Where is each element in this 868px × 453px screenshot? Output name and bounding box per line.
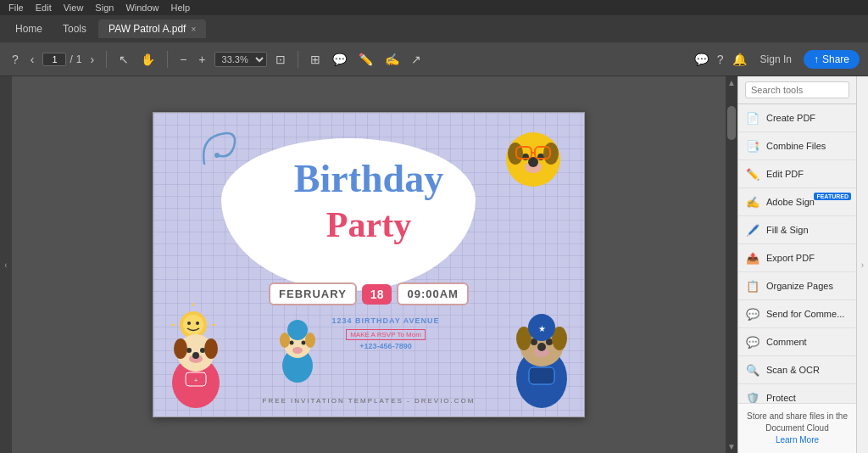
fill-sign-label: Fill & Sign: [766, 225, 809, 235]
fill-sign-icon: 🖊️: [745, 222, 760, 238]
tool-item-export-pdf[interactable]: 📤Export PDF: [738, 244, 856, 272]
combine-files-icon: 📑: [745, 138, 760, 154]
separator-2: [167, 51, 168, 68]
scan-ocr-icon: 🔍: [745, 362, 760, 378]
character-middle: [272, 315, 323, 383]
toolbar: ? ‹ / 1 › ↖ ✋ − + 33.3% 50% 75% 100% ⊡ ⊞…: [0, 42, 868, 76]
menu-bar: File Edit View Sign Window Help: [0, 0, 868, 15]
scroll-mode-icon[interactable]: ⊞: [307, 51, 324, 68]
export-pdf-icon: 📤: [745, 250, 760, 266]
svg-point-24: [537, 343, 546, 351]
share-icon-btn: ↑: [814, 53, 819, 65]
scroll-down-arrow[interactable]: ▼: [726, 440, 737, 453]
search-tools-input[interactable]: [745, 81, 849, 98]
document-area: Birthday Party FEBRUARY 18 09:00AM: [12, 76, 726, 453]
panel-footer-text: Store and share files in the Document Cl…: [747, 411, 848, 433]
tab-home[interactable]: Home: [7, 20, 51, 38]
left-panel-toggle[interactable]: ‹: [0, 76, 12, 453]
draw-icon[interactable]: ✏️: [355, 51, 376, 68]
hand-tool-icon[interactable]: ✋: [137, 51, 159, 68]
protect-icon: 🛡️: [745, 390, 760, 403]
search-tools-area: [738, 76, 856, 104]
menu-view[interactable]: View: [58, 2, 89, 14]
menu-window[interactable]: Window: [120, 2, 164, 14]
comment-icon: 💬: [745, 334, 760, 350]
tool-item-send-comment[interactable]: 💬Send for Comme...: [738, 300, 856, 328]
party-text: Party: [153, 204, 584, 245]
notification-icon[interactable]: 🔔: [732, 53, 747, 66]
right-panel-toggle[interactable]: ›: [856, 76, 868, 453]
edit-pdf-label: Edit PDF: [766, 169, 804, 179]
menu-file[interactable]: File: [3, 2, 29, 14]
menu-help[interactable]: Help: [166, 2, 196, 14]
next-page-button[interactable]: ›: [87, 51, 98, 68]
page-number-input[interactable]: [42, 53, 66, 66]
scroll-up-arrow[interactable]: ▲: [726, 76, 737, 89]
signature-icon[interactable]: ✍: [381, 51, 403, 68]
separator-1: [106, 51, 107, 68]
sign-in-button[interactable]: Sign In: [760, 53, 792, 65]
select-tool-icon[interactable]: ↖: [115, 51, 132, 68]
svg-point-15: [174, 338, 187, 359]
svg-point-37: [287, 320, 308, 340]
tab-file[interactable]: PAW Patrol A.pdf ×: [98, 20, 206, 38]
featured-badge: FEATURED: [814, 193, 851, 200]
svg-point-34: [292, 347, 303, 354]
prev-page-button[interactable]: ‹: [27, 51, 38, 68]
scan-ocr-label: Scan & OCR: [766, 365, 820, 375]
document-scrollbar[interactable]: ▲ ▼: [726, 76, 737, 453]
svg-text:+: +: [194, 377, 198, 384]
date-day: 18: [362, 284, 392, 305]
tool-item-fill-sign[interactable]: 🖊️Fill & Sign: [738, 216, 856, 244]
character-rubble: [495, 121, 571, 198]
question-icon[interactable]: ?: [717, 53, 724, 66]
pdf-page: Birthday Party FEBRUARY 18 09:00AM: [153, 112, 585, 417]
tab-close-button[interactable]: ×: [191, 25, 196, 34]
svg-point-35: [280, 333, 290, 348]
share-icon[interactable]: ↗: [408, 51, 425, 68]
menu-edit[interactable]: Edit: [31, 2, 57, 14]
learn-more-link[interactable]: Learn More: [776, 435, 819, 445]
fit-page-icon[interactable]: ⊡: [272, 51, 289, 68]
svg-point-32: [290, 341, 294, 345]
tool-item-comment[interactable]: 💬Comment: [738, 328, 856, 356]
create-pdf-icon: 📄: [745, 110, 760, 126]
zoom-in-button[interactable]: +: [195, 51, 209, 68]
tab-tools[interactable]: Tools: [54, 20, 95, 38]
svg-point-14: [192, 352, 199, 359]
export-pdf-label: Export PDF: [766, 253, 815, 263]
page-separator: /: [70, 53, 72, 65]
organize-pages-label: Organize Pages: [766, 281, 833, 291]
scrollbar-thumb[interactable]: [727, 106, 736, 140]
protect-label: Protect: [766, 393, 796, 403]
right-tools-panel: 📄Create PDF📑Combine Files✏️Edit PDF✍️Ado…: [737, 76, 856, 453]
svg-point-36: [305, 333, 315, 348]
tool-item-organize-pages[interactable]: 📋Organize Pages: [738, 272, 856, 300]
header-icons: 💬 ? 🔔: [694, 53, 747, 66]
tool-item-protect[interactable]: 🛡️Protect: [738, 384, 856, 403]
separator-3: [298, 51, 298, 68]
tool-item-adobe-sign[interactable]: ✍️Adobe SignFEATURED: [738, 188, 856, 216]
organize-pages-icon: 📋: [745, 278, 760, 294]
create-pdf-label: Create PDF: [766, 113, 815, 123]
share-button[interactable]: ↑ Share: [804, 50, 860, 69]
send-comment-icon: 💬: [745, 306, 760, 322]
date-time: 09:00AM: [397, 282, 468, 305]
zoom-out-button[interactable]: −: [176, 51, 190, 68]
tool-item-scan-ocr[interactable]: 🔍Scan & OCR: [738, 356, 856, 384]
character-chase: ★: [504, 289, 580, 408]
tools-list: 📄Create PDF📑Combine Files✏️Edit PDF✍️Ado…: [738, 104, 856, 403]
tool-item-edit-pdf[interactable]: ✏️Edit PDF: [738, 160, 856, 188]
menu-sign[interactable]: Sign: [90, 2, 119, 14]
svg-point-16: [204, 338, 218, 359]
comment-icon[interactable]: 💬: [329, 51, 350, 68]
date-month: FEBRUARY: [269, 282, 357, 305]
tool-item-create-pdf[interactable]: 📄Create PDF: [738, 104, 856, 132]
chat-icon[interactable]: 💬: [694, 53, 709, 66]
rsvp-line: MAKE A RSVP To Mom: [346, 329, 426, 340]
zoom-select[interactable]: 33.3% 50% 75% 100%: [214, 52, 267, 67]
send-comment-label: Send for Comme...: [766, 309, 844, 319]
help-icon[interactable]: ?: [8, 51, 22, 68]
tool-item-combine-files[interactable]: 📑Combine Files: [738, 132, 856, 160]
page-nav: / 1: [42, 53, 81, 66]
